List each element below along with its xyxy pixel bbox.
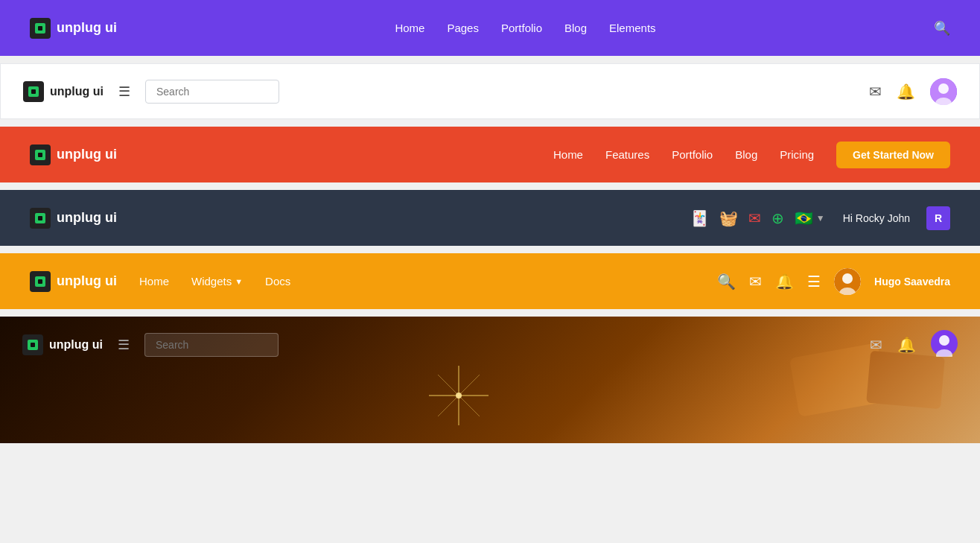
- brand-logo-3[interactable]: unplug ui: [30, 145, 117, 165]
- brand-name-1: unplug ui: [57, 20, 117, 36]
- brand-icon-inner-2: [28, 86, 39, 97]
- svg-point-4: [842, 273, 853, 284]
- medical-icon[interactable]: ⊕: [771, 209, 784, 227]
- brand-icon-5: [30, 271, 51, 292]
- nav-features-3[interactable]: Features: [605, 148, 649, 161]
- nav-links-1: Home Pages Portfolio Blog Elements: [395, 22, 655, 34]
- brand-icon-inner-4: [35, 213, 45, 223]
- navbar-yellow-right: 🔍 ✉ 🔔 ☰ Hugo Saavedra: [717, 268, 950, 295]
- avatar-image-2: [930, 78, 957, 105]
- hamburger-icon-2[interactable]: ☰: [118, 83, 130, 100]
- brand-name-3: unplug ui: [57, 147, 117, 162]
- mail-icon-5[interactable]: ✉: [749, 273, 762, 290]
- widgets-label: Widgets: [191, 275, 232, 288]
- brand-logo-5[interactable]: unplug ui: [30, 271, 117, 292]
- nav-portfolio-3[interactable]: Portfolio: [672, 148, 713, 161]
- nav-home-1[interactable]: Home: [395, 22, 424, 34]
- nav-blog-3[interactable]: Blog: [735, 148, 757, 161]
- navbar-dark-right-6: ✉ 🔔: [870, 330, 958, 360]
- navbar-purple: unplug ui Home Pages Portfolio Blog Elem…: [0, 0, 980, 56]
- nav-links-3: Home Features Portfolio Blog Pricing Get…: [553, 142, 950, 168]
- user-avatar-6[interactable]: [931, 330, 958, 360]
- brand-logo-4[interactable]: unplug ui: [30, 208, 117, 229]
- mail-icon-2[interactable]: ✉: [869, 83, 882, 101]
- widgets-chevron-icon: ▼: [235, 277, 243, 286]
- brand-logo-6[interactable]: unplug ui: [22, 334, 103, 355]
- user-avatar-image-5: [834, 268, 861, 295]
- brand-icon-3: [30, 145, 51, 165]
- nav-pricing-3[interactable]: Pricing: [780, 148, 814, 161]
- nav-blog-1[interactable]: Blog: [564, 22, 587, 34]
- user-greeting: Hi Rocky John: [843, 212, 910, 224]
- cards-icon[interactable]: 🃏: [690, 209, 709, 227]
- nav-pages-1[interactable]: Pages: [447, 22, 479, 34]
- svg-point-1: [938, 83, 949, 94]
- basket-icon[interactable]: 🧺: [719, 209, 738, 227]
- nav-home-3[interactable]: Home: [553, 148, 583, 161]
- hamburger-icon-6[interactable]: ☰: [118, 337, 130, 353]
- navbar-dark-image: unplug ui ☰ ✉ 🔔: [0, 317, 980, 443]
- brand-icon-2: [23, 81, 44, 102]
- brand-logo-2[interactable]: unplug ui: [23, 81, 104, 102]
- navbar-orange: unplug ui Home Features Portfolio Blog P…: [0, 127, 980, 182]
- mail-icon-4[interactable]: ✉: [748, 209, 761, 227]
- get-started-button[interactable]: Get Started Now: [836, 142, 950, 168]
- navbar-dark-inner: unplug ui ☰ ✉ 🔔: [0, 317, 980, 372]
- brazil-flag-icon: 🇧🇷: [795, 209, 813, 227]
- search-input-2[interactable]: [145, 80, 279, 104]
- brand-icon-1: [30, 18, 51, 39]
- bell-icon-6[interactable]: 🔔: [897, 336, 916, 354]
- navbar-dark: unplug ui 🃏 🧺 ✉ ⊕ 🇧🇷 ▼ Hi Rocky John R: [0, 190, 980, 246]
- nav-elements-1[interactable]: Elements: [609, 22, 656, 34]
- brand-name-4: unplug ui: [57, 210, 117, 226]
- search-input-6[interactable]: [144, 333, 279, 357]
- user-avatar-2[interactable]: [930, 78, 957, 105]
- nav-docs-5[interactable]: Docs: [265, 275, 290, 288]
- hamburger-icon-5[interactable]: ☰: [807, 273, 821, 290]
- brand-logo-1[interactable]: unplug ui: [30, 18, 117, 39]
- brand-icon-inner-5: [35, 276, 45, 287]
- navbar-yellow: unplug ui Home Widgets ▼ Docs 🔍 ✉ 🔔 ☰ Hu…: [0, 253, 980, 309]
- navbar-dark-right: 🃏 🧺 ✉ ⊕ 🇧🇷 ▼ Hi Rocky John R: [690, 206, 950, 230]
- search-button-1[interactable]: 🔍: [934, 20, 950, 36]
- nav-home-5[interactable]: Home: [139, 275, 169, 288]
- navbar-white: unplug ui ☰ ✉ 🔔: [0, 63, 980, 119]
- flag-dropdown[interactable]: 🇧🇷 ▼: [795, 209, 825, 227]
- brand-icon-inner-6: [28, 340, 38, 350]
- nav-portfolio-1[interactable]: Portfolio: [501, 22, 542, 34]
- bell-icon-5[interactable]: 🔔: [775, 273, 794, 290]
- brand-icon-4: [30, 208, 51, 229]
- brand-icon-inner-3: [35, 150, 45, 160]
- bell-icon-2[interactable]: 🔔: [897, 83, 915, 101]
- user-name-5: Hugo Saavedra: [874, 276, 950, 288]
- svg-point-12: [939, 335, 949, 346]
- brand-name-2: unplug ui: [50, 85, 104, 98]
- flag-chevron-icon: ▼: [816, 213, 825, 223]
- widgets-dropdown[interactable]: Widgets ▼: [191, 275, 243, 288]
- user-avatar-initial[interactable]: R: [926, 206, 950, 230]
- navbar-white-right: ✉ 🔔: [869, 78, 957, 105]
- brand-name-5: unplug ui: [57, 273, 117, 289]
- brand-name-6: unplug ui: [49, 338, 103, 352]
- user-avatar-5[interactable]: [834, 268, 861, 295]
- brand-icon-inner-1: [35, 23, 45, 34]
- search-icon-5[interactable]: 🔍: [717, 273, 736, 290]
- mail-icon-6[interactable]: ✉: [870, 336, 882, 354]
- brand-icon-6: [22, 334, 43, 355]
